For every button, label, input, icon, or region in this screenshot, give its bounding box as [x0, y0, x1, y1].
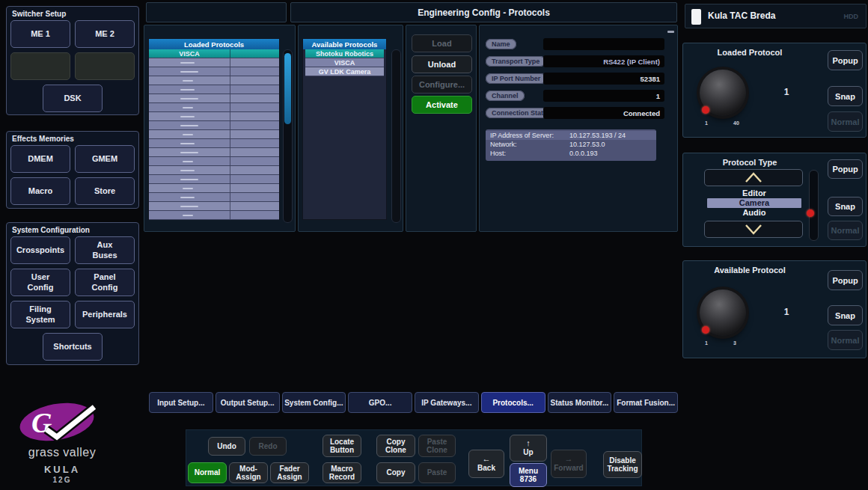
macro-record-button[interactable]: Macro Record: [323, 462, 361, 483]
sidebar-button-gmem[interactable]: GMEM: [75, 145, 135, 173]
scrollbar-thumb[interactable]: [284, 53, 291, 124]
tab-gpo[interactable]: GPO...: [348, 392, 412, 413]
loaded-protocol-empty-row[interactable]: [149, 67, 279, 76]
loaded-protocols-scrollbar[interactable]: [283, 49, 293, 223]
undo-button[interactable]: Undo: [208, 437, 245, 456]
loaded-protocol-empty-row[interactable]: [149, 202, 279, 211]
config-field-row: Name: [480, 38, 677, 50]
available-protocols-scrollbar[interactable]: [391, 49, 401, 223]
tab-output-setup[interactable]: Output Setup...: [216, 392, 280, 413]
type-snap-button[interactable]: Snap: [828, 197, 863, 216]
minus-icon[interactable]: [667, 31, 674, 33]
available-protocol-row[interactable]: VISCA: [305, 58, 384, 67]
sidebar-button-aux-buses[interactable]: Aux Buses: [75, 236, 135, 264]
normal-button[interactable]: Normal: [188, 462, 227, 483]
fader-assign-button[interactable]: Fader Assign: [270, 462, 309, 483]
config-field-row: IP Port Number52381: [480, 73, 677, 85]
up-button[interactable]: ↑Up: [510, 435, 547, 462]
sidebar-button-crosspoints[interactable]: Crosspoints: [10, 236, 70, 264]
type-popup-button[interactable]: Popup: [828, 159, 863, 179]
loaded-protocol-empty-row[interactable]: [149, 211, 279, 220]
loaded-protocol-empty-row[interactable]: [149, 85, 279, 94]
protocol-type-option-camera[interactable]: Camera: [707, 198, 801, 208]
sidebar-button-shortcuts[interactable]: Shortcuts: [43, 333, 103, 361]
copy-button[interactable]: Copy: [376, 462, 415, 483]
loaded-protocol-empty-row[interactable]: [149, 139, 279, 148]
field-value-channel[interactable]: 1: [543, 90, 664, 102]
loaded-protocol-empty-row[interactable]: [149, 175, 279, 184]
field-value-ip-port-number[interactable]: 52381: [543, 73, 664, 85]
knob-min-label: 1: [705, 120, 708, 126]
sidebar-button-me-2[interactable]: ME 2: [75, 20, 135, 48]
field-value-transport-type[interactable]: RS422 (IP Client): [543, 55, 664, 67]
avail-snap-button[interactable]: Snap: [828, 305, 863, 325]
loaded-protocol-empty-row[interactable]: [149, 76, 279, 85]
protocol-actions-panel: LoadUnloadConfigure...Activate: [406, 25, 477, 232]
sidebar-button-dsk[interactable]: DSK: [43, 85, 103, 112]
sidebar-button-user-config[interactable]: User Config: [10, 269, 70, 296]
sidebar-button-peripherals[interactable]: Peripherals: [75, 301, 135, 328]
disable-tracking-button[interactable]: Disable Tracking: [603, 451, 642, 478]
loaded-protocol-empty-row[interactable]: [149, 184, 279, 193]
tab-input-setup[interactable]: Input Setup...: [149, 392, 213, 413]
mod-assign-button[interactable]: Mod- Assign: [229, 462, 268, 483]
scroll-up-button[interactable]: [704, 169, 803, 186]
tab-ip-gateways[interactable]: IP Gateways...: [415, 392, 479, 413]
loaded-protocol-empty-row[interactable]: [149, 103, 279, 112]
loaded-protocol-row-selected[interactable]: VISCA: [149, 49, 279, 58]
button-label: Redo: [259, 442, 278, 451]
tab-format-fusion[interactable]: Format Fusion...: [614, 392, 678, 413]
configure-button[interactable]: Configure...: [412, 76, 472, 94]
placeholder-dash: [180, 98, 198, 99]
loaded-protocol-empty-row[interactable]: [149, 193, 279, 202]
locate-button-button[interactable]: Locate Button: [323, 435, 361, 457]
unload-button[interactable]: Unload: [412, 55, 472, 73]
placeholder-dash: [183, 215, 193, 216]
type-normal-button: Normal: [828, 221, 863, 240]
loaded-protocol-empty-row[interactable]: [149, 58, 279, 67]
sidebar-button-store[interactable]: Store: [75, 177, 135, 205]
avail-popup-button[interactable]: Popup: [828, 270, 863, 290]
loaded-protocol-empty-row[interactable]: [149, 157, 279, 166]
loaded-popup-button[interactable]: Popup: [828, 50, 863, 70]
section-title: Loaded Protocol: [683, 48, 816, 57]
available-protocols-list[interactable]: Available Protocols Shotoku RoboticsVISC…: [302, 38, 387, 220]
loaded-protocol-empty-row[interactable]: [149, 94, 279, 103]
tab-protocols[interactable]: Protocols...: [481, 392, 545, 413]
sidebar-button-dmem[interactable]: DMEM: [10, 145, 70, 173]
loaded-protocols-panel: Loaded Protocols VISCA: [144, 25, 296, 232]
sidebar-button-panel-config[interactable]: Panel Config: [75, 269, 135, 296]
protocol-type-option-editor[interactable]: Editor: [707, 189, 801, 198]
activate-button[interactable]: Activate: [412, 96, 472, 114]
menu-button[interactable]: Menu 8736: [510, 463, 547, 487]
sidebar-button-me-1[interactable]: ME 1: [10, 20, 70, 48]
sidebar-button-macro[interactable]: Macro: [10, 177, 70, 205]
loaded-protocol-empty-row[interactable]: [149, 130, 279, 139]
loaded-normal-button: Normal: [828, 111, 863, 132]
loaded-protocol-empty-row[interactable]: [149, 112, 279, 121]
loaded-snap-button[interactable]: Snap: [828, 86, 863, 106]
sidebar-button-filing-system[interactable]: Filing System: [10, 301, 70, 328]
back-button[interactable]: ←Back: [468, 450, 504, 478]
loaded-protocols-list[interactable]: Loaded Protocols VISCA: [148, 38, 280, 220]
loaded-protocol-empty-row[interactable]: [149, 166, 279, 175]
protocol-type-option-audio[interactable]: Audio: [707, 208, 801, 218]
loaded-protocol-empty-row[interactable]: [149, 121, 279, 130]
scroll-down-button[interactable]: [704, 221, 803, 238]
load-button[interactable]: Load: [412, 34, 472, 52]
field-value-connection-status[interactable]: Connected: [543, 107, 664, 119]
available-protocol-row[interactable]: Shotoku Robotics: [305, 49, 384, 58]
tab-system-config[interactable]: System Config...: [282, 392, 346, 413]
placeholder-dash: [180, 125, 198, 126]
field-value-name[interactable]: [543, 38, 664, 50]
knob-indicator-dot: [702, 326, 709, 334]
knob-min-label: 1: [705, 340, 708, 346]
effects-memories-title: Effects Memories: [10, 133, 135, 145]
loaded-protocol-empty-row[interactable]: [149, 148, 279, 157]
available-protocol-row[interactable]: GV LDK Camera: [305, 67, 384, 76]
row-label: GV LDK Camera: [305, 67, 384, 76]
tab-status-monitor[interactable]: Status Monitor...: [548, 392, 612, 413]
page-title: Engineering Config - Protocols: [290, 2, 677, 22]
protocol-type-slider[interactable]: [809, 170, 819, 241]
copy-clone-button[interactable]: Copy Clone: [376, 435, 415, 457]
